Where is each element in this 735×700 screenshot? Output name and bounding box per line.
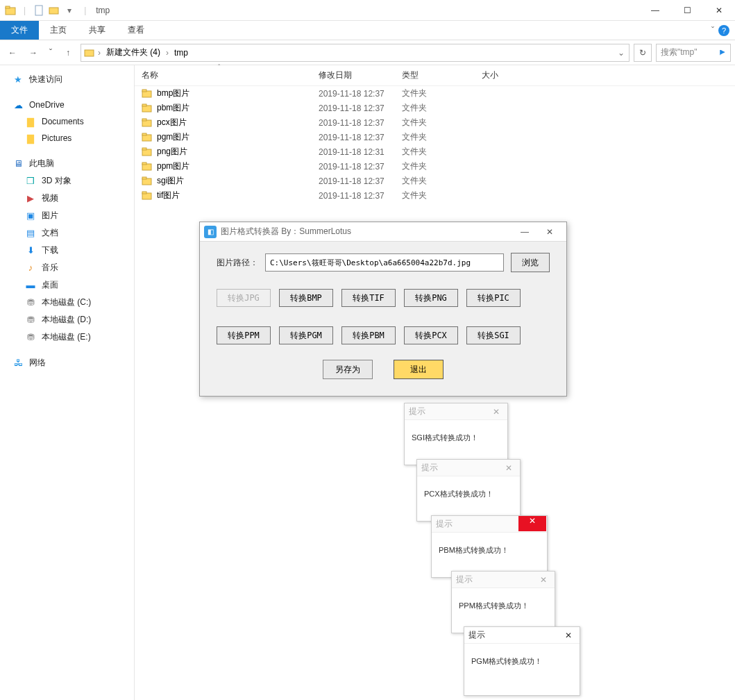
file-name: bmp图片 (157, 88, 189, 99)
convert-ppm-button[interactable]: 转换PPM (217, 326, 271, 344)
sidebar-videos[interactable]: ▶视频 (0, 190, 134, 207)
path-input[interactable] (265, 253, 504, 272)
address-bar[interactable]: › 新建文件夹 (4) › tmp ⌄ (81, 44, 630, 62)
file-date: 2019-11-18 12:37 (319, 162, 402, 172)
folder-icon (142, 190, 153, 201)
ribbon-collapse-icon[interactable]: ˇ (711, 26, 714, 35)
col-type[interactable]: 类型 (402, 69, 482, 81)
dialog-minimize-button[interactable]: — (512, 224, 537, 240)
table-row[interactable]: png图片2019-11-18 12:31文件夹 (135, 144, 735, 159)
chevron-right-icon[interactable]: › (98, 48, 101, 58)
forward-button[interactable]: → (25, 44, 42, 61)
sidebar-docs[interactable]: ▤文档 (0, 224, 134, 242)
save-as-button[interactable]: 另存为 (323, 360, 373, 379)
download-icon: ⬇ (25, 245, 36, 256)
table-row[interactable]: pcx图片2019-11-18 12:37文件夹 (135, 115, 735, 130)
col-name[interactable]: 名称 (142, 69, 319, 81)
help-icon[interactable]: ? (718, 25, 729, 36)
search-go-icon[interactable]: ⯈ (720, 49, 726, 56)
sidebar-3d-objects[interactable]: ❒3D 对象 (0, 172, 134, 190)
browse-button[interactable]: 浏览 (511, 253, 550, 272)
sidebar-label: 网络 (29, 357, 46, 369)
tab-view[interactable]: 查看 (117, 21, 155, 40)
breadcrumb-seg[interactable]: tmp (171, 48, 191, 58)
toast-message: SGI格式转换成功！ (405, 420, 507, 456)
convert-sgi-button[interactable]: 转换SGI (466, 326, 521, 344)
sidebar-pictures[interactable]: ▇Pictures (0, 130, 134, 147)
search-input[interactable]: 搜索"tmp" ⯈ (656, 44, 731, 62)
close-icon[interactable]: ✕ (518, 516, 546, 531)
star-icon: ★ (12, 74, 24, 85)
sidebar-drive-d[interactable]: ⛃本地磁盘 (D:) (0, 311, 134, 328)
sidebar-label: 本地磁盘 (D:) (42, 314, 91, 326)
column-headers: ˆ 名称 修改日期 类型 大小 (135, 65, 735, 86)
sidebar-music[interactable]: ♪音乐 (0, 259, 134, 276)
breadcrumb-seg[interactable]: 新建文件夹 (4) (103, 47, 163, 58)
sidebar-desktop[interactable]: ▬桌面 (0, 276, 134, 294)
table-row[interactable]: pgm图片2019-11-18 12:37文件夹 (135, 130, 735, 144)
sidebar-onedrive[interactable]: ☁OneDrive (0, 97, 134, 113)
tab-share[interactable]: 共享 (78, 21, 117, 40)
sidebar-downloads[interactable]: ⬇下载 (0, 242, 134, 259)
table-row[interactable]: tif图片2019-11-18 12:37文件夹 (135, 188, 735, 203)
close-icon[interactable]: ✕ (502, 463, 516, 473)
sidebar-network[interactable]: 🖧网络 (0, 354, 134, 372)
dialog-titlebar[interactable]: ◧ 图片格式转换器 By：SummerLotus — ✕ (200, 222, 566, 242)
folder-icon (142, 132, 153, 143)
toast-title[interactable]: 提示✕ (452, 572, 555, 588)
table-row[interactable]: sgi图片2019-11-18 12:37文件夹 (135, 174, 735, 188)
ribbon: 文件 主页 共享 查看 ˇ ? (0, 21, 735, 40)
qat-dropdown-icon[interactable]: ▾ (63, 4, 76, 17)
sidebar-this-pc[interactable]: 🖥此电脑 (0, 155, 134, 172)
drive-icon: ⛃ (25, 297, 36, 308)
exit-button[interactable]: 退出 (394, 360, 443, 379)
sidebar-documents[interactable]: ▇Documents (0, 113, 134, 130)
close-icon[interactable]: ✕ (561, 631, 575, 640)
sidebar-label: 音乐 (42, 262, 58, 274)
address-dropdown-icon[interactable]: ⌄ (618, 48, 625, 58)
maximize-button[interactable]: ☐ (671, 0, 703, 21)
toast-message: PGM格式转换成功！ (464, 644, 580, 679)
convert-bmp-button[interactable]: 转换BMP (279, 289, 333, 307)
toast-pcx: 提示✕ PCX格式转换成功！ (416, 459, 521, 522)
table-row[interactable]: bmp图片2019-11-18 12:37文件夹 (135, 86, 735, 101)
close-icon[interactable]: ✕ (537, 575, 550, 585)
folder-icon (4, 4, 17, 17)
sidebar-drive-e[interactable]: ⛃本地磁盘 (E:) (0, 328, 134, 346)
folder-small-icon[interactable] (48, 4, 60, 17)
sidebar-label: 本地磁盘 (E:) (42, 331, 91, 343)
desktop-icon: ▬ (25, 280, 36, 291)
close-button[interactable]: ✕ (703, 0, 735, 21)
close-icon[interactable]: ✕ (489, 407, 503, 417)
back-button[interactable]: ← (4, 44, 21, 61)
toast-title[interactable]: 提示✕ (464, 627, 580, 644)
file-icon[interactable] (33, 4, 45, 17)
recent-locations-icon[interactable]: ˇ (46, 44, 56, 61)
minimize-button[interactable]: — (639, 0, 671, 21)
sidebar-label: 视频 (42, 192, 58, 204)
up-button[interactable]: ↑ (60, 44, 76, 61)
table-row[interactable]: pbm图片2019-11-18 12:37文件夹 (135, 101, 735, 115)
convert-pic-button[interactable]: 转换PIC (466, 289, 521, 307)
col-date[interactable]: 修改日期 (319, 69, 402, 81)
folder-icon (142, 88, 153, 99)
sidebar-quick-access[interactable]: ★快速访问 (0, 71, 134, 88)
toast-title[interactable]: 提示✕ (432, 516, 547, 533)
chevron-right-icon[interactable]: › (166, 48, 169, 58)
convert-pbm-button[interactable]: 转换PBM (341, 326, 396, 344)
toast-title[interactable]: 提示✕ (405, 403, 507, 420)
sidebar-images[interactable]: ▣图片 (0, 207, 134, 224)
convert-tif-button[interactable]: 转换TIF (341, 289, 396, 307)
tab-file[interactable]: 文件 (0, 21, 39, 40)
sidebar-drive-c[interactable]: ⛃本地磁盘 (C:) (0, 294, 134, 311)
convert-pcx-button[interactable]: 转换PCX (404, 326, 458, 344)
pc-icon: 🖥 (12, 158, 24, 169)
convert-pgm-button[interactable]: 转换PGM (279, 326, 333, 344)
tab-home[interactable]: 主页 (39, 21, 78, 40)
toast-title[interactable]: 提示✕ (417, 460, 520, 476)
col-size[interactable]: 大小 (482, 69, 537, 81)
refresh-button[interactable]: ↻ (634, 44, 652, 62)
table-row[interactable]: ppm图片2019-11-18 12:37文件夹 (135, 159, 735, 174)
convert-png-button[interactable]: 转换PNG (404, 289, 458, 307)
dialog-close-button[interactable]: ✕ (537, 224, 562, 240)
